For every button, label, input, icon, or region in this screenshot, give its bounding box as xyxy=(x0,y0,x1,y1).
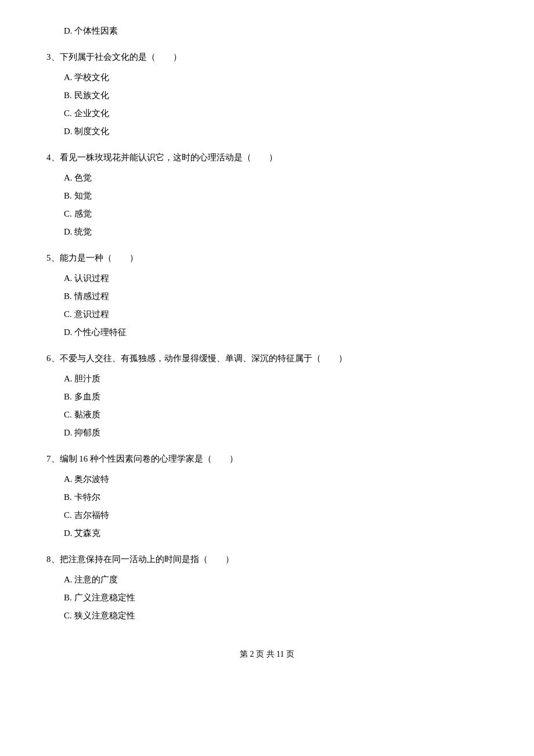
previous-d-option: D. 个体性因素 xyxy=(46,23,488,39)
question-4-text: 4、看见一株玫现花并能认识它，这时的心理活动是（ ） xyxy=(46,150,488,165)
question-7-text: 7、编制 16 种个性因素问卷的心理学家是（ ） xyxy=(46,451,488,467)
question-5: 5、能力是一种（ ） A. 认识过程 B. 情感过程 C. 意识过程 D. 个性… xyxy=(46,250,488,340)
page-container: D. 个体性因素 3、下列属于社会文化的是（ ） A. 学校文化 B. 民族文化… xyxy=(46,23,488,661)
question-7: 7、编制 16 种个性因素问卷的心理学家是（ ） A. 奥尔波特 B. 卡特尔 … xyxy=(46,451,488,541)
option-item: B. 情感过程 xyxy=(64,289,488,304)
option-item: A. 注意的广度 xyxy=(64,572,488,588)
question-3: 3、下列属于社会文化的是（ ） A. 学校文化 B. 民族文化 C. 企业文化 … xyxy=(46,49,488,139)
option-item: A. 胆汁质 xyxy=(64,371,488,387)
option-item: C. 吉尔福特 xyxy=(64,507,488,523)
option-item: C. 狭义注意稳定性 xyxy=(64,608,488,624)
question-6-text: 6、不爱与人交往、有孤独感，动作显得缓慢、单调、深沉的特征属于（ ） xyxy=(46,351,488,366)
option-item: A. 色觉 xyxy=(64,170,488,186)
option-item: B. 广义注意稳定性 xyxy=(64,590,488,606)
option-item: A. 学校文化 xyxy=(64,70,488,85)
option-item: D. 个体性因素 xyxy=(64,23,488,39)
option-item: B. 民族文化 xyxy=(64,88,488,103)
option-item: B. 卡特尔 xyxy=(64,489,488,505)
option-item: D. 个性心理特征 xyxy=(64,325,488,340)
option-item: D. 抑郁质 xyxy=(64,425,488,441)
question-3-text: 3、下列属于社会文化的是（ ） xyxy=(46,49,488,65)
option-item: D. 统觉 xyxy=(64,224,488,240)
option-item: A. 认识过程 xyxy=(64,271,488,286)
option-item: C. 意识过程 xyxy=(64,307,488,322)
page-footer: 第 2 页 共 11 页 xyxy=(46,647,488,661)
option-item: D. 艾森克 xyxy=(64,525,488,541)
option-item: B. 知觉 xyxy=(64,188,488,204)
question-4: 4、看见一株玫现花并能认识它，这时的心理活动是（ ） A. 色觉 B. 知觉 C… xyxy=(46,150,488,240)
question-8-text: 8、把注意保持在同一活动上的时间是指（ ） xyxy=(46,552,488,567)
option-item: C. 感觉 xyxy=(64,206,488,222)
question-6: 6、不爱与人交往、有孤独感，动作显得缓慢、单调、深沉的特征属于（ ） A. 胆汁… xyxy=(46,351,488,441)
question-5-text: 5、能力是一种（ ） xyxy=(46,250,488,266)
option-item: C. 企业文化 xyxy=(64,106,488,121)
option-item: A. 奥尔波特 xyxy=(64,471,488,487)
option-item: C. 黏液质 xyxy=(64,407,488,423)
question-8: 8、把注意保持在同一活动上的时间是指（ ） A. 注意的广度 B. 广义注意稳定… xyxy=(46,552,488,624)
option-item: B. 多血质 xyxy=(64,389,488,405)
option-item: D. 制度文化 xyxy=(64,124,488,139)
